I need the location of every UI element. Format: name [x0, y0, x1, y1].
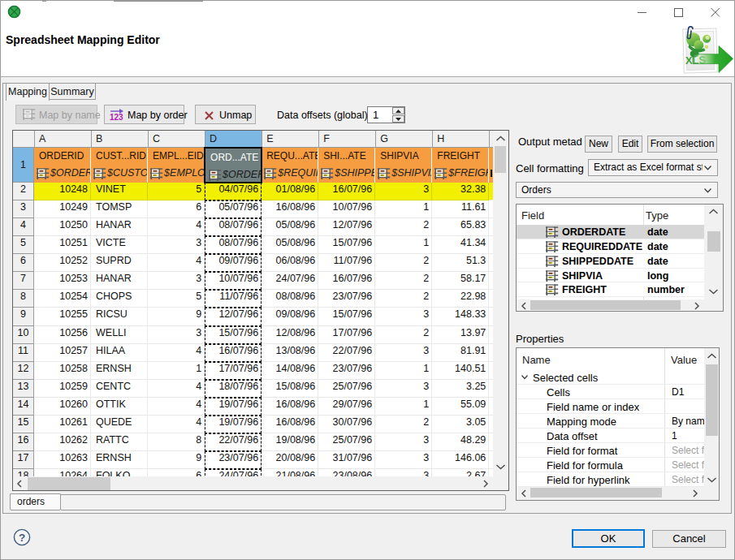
svg-text:?: ?: [19, 532, 25, 544]
